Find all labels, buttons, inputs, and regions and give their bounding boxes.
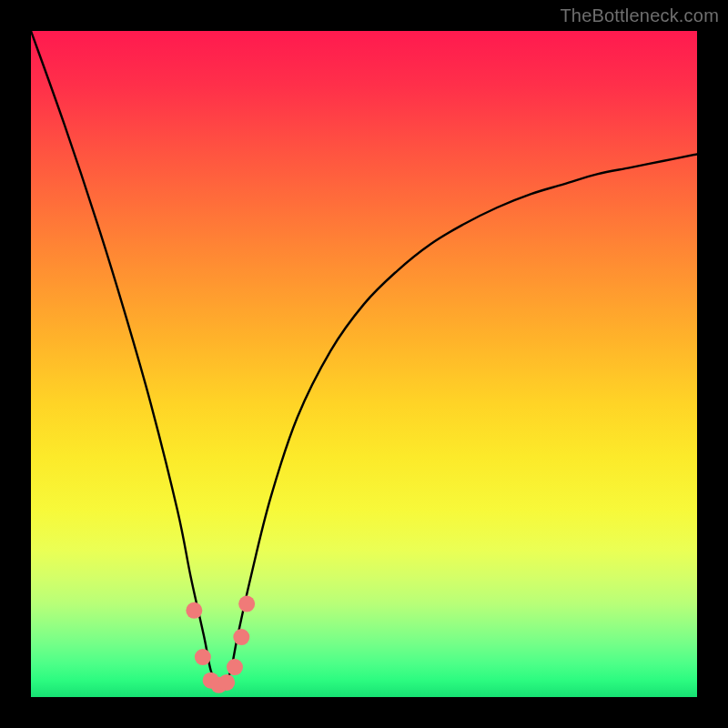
highlight-dot bbox=[186, 602, 202, 619]
attribution-watermark: TheBottleneck.com bbox=[560, 5, 719, 26]
highlight-dot bbox=[218, 674, 235, 691]
highlight-dots bbox=[186, 596, 255, 693]
highlight-dot bbox=[195, 649, 211, 665]
highlight-dot bbox=[238, 596, 255, 612]
highlight-dot bbox=[233, 629, 249, 645]
curve-path bbox=[31, 31, 697, 685]
bottleneck-curve bbox=[31, 31, 697, 697]
highlight-dot bbox=[227, 659, 243, 675]
plot-area bbox=[31, 31, 697, 697]
curve-path-group bbox=[31, 31, 697, 685]
chart-frame: TheBottleneck.com bbox=[0, 0, 728, 728]
